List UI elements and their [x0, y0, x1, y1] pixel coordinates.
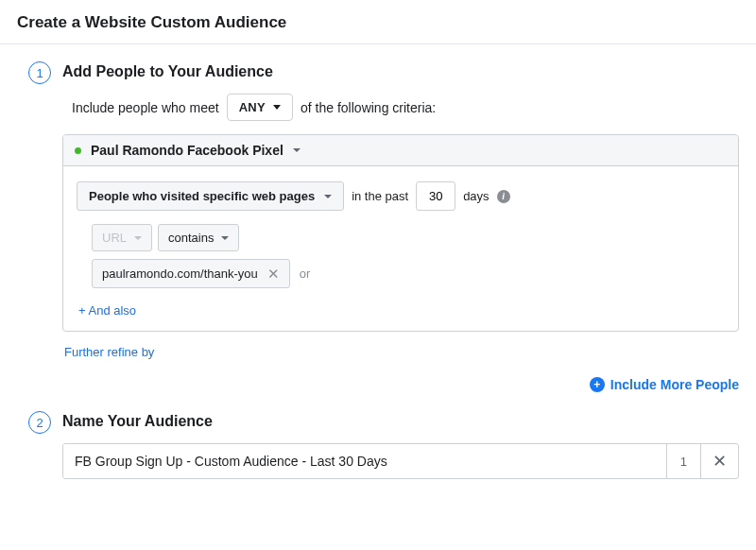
step-1: 1 Add People to Your Audience Include pe…: [28, 63, 739, 413]
url-value-chip: paulramondo.com/thank-you ✕: [92, 259, 290, 288]
caret-down-icon: [134, 236, 142, 240]
or-label: or: [300, 266, 311, 281]
pixel-source-select[interactable]: Paul Ramondo Facebook Pixel: [63, 135, 738, 166]
criteria-line: Include people who meet ANY of the follo…: [72, 94, 739, 121]
status-dot-icon: [75, 147, 81, 154]
step-number-1: 1: [28, 61, 51, 84]
url-operator-select[interactable]: contains: [158, 224, 239, 251]
and-also-link[interactable]: + And also: [78, 303, 725, 318]
refine-link[interactable]: Further refine by: [64, 345, 154, 359]
include-more-label: Include More People: [610, 377, 739, 392]
past-prefix-label: in the past: [352, 189, 408, 203]
audience-name-input[interactable]: [63, 444, 666, 478]
rule-row: People who visited specific web pages in…: [77, 181, 725, 211]
url-condition-row: URL contains: [92, 224, 725, 251]
step-2-title: Name Your Audience: [62, 413, 739, 430]
chip-remove-icon[interactable]: ✕: [267, 266, 280, 281]
days-label: days: [463, 189, 489, 203]
step-1-title: Add People to Your Audience: [62, 63, 739, 80]
url-value-text: paulramondo.com/thank-you: [102, 266, 258, 281]
step-number-2: 2: [28, 411, 51, 434]
caret-down-icon: [273, 105, 281, 110]
source-panel: Paul Ramondo Facebook Pixel People who v…: [62, 134, 739, 332]
caret-down-icon: [324, 195, 332, 198]
caret-down-icon: [293, 148, 301, 152]
name-count: 1: [666, 444, 700, 478]
info-icon[interactable]: i: [497, 190, 510, 203]
clear-name-button[interactable]: ✕: [700, 444, 738, 478]
url-value-row: paulramondo.com/thank-you ✕ or: [92, 259, 725, 288]
plus-circle-icon: +: [590, 377, 605, 392]
audience-name-wrap: 1 ✕: [62, 443, 739, 479]
criteria-suffix: of the following criteria:: [301, 100, 436, 115]
page-title: Create a Website Custom Audience: [17, 13, 739, 32]
url-operator-label: contains: [168, 231, 214, 245]
pixel-source-name: Paul Ramondo Facebook Pixel: [91, 143, 284, 158]
step-2: 2 Name Your Audience 1 ✕: [28, 413, 739, 479]
days-input[interactable]: [416, 181, 455, 211]
rule-type-select[interactable]: People who visited specific web pages: [77, 181, 344, 211]
match-mode-select[interactable]: ANY: [227, 94, 293, 121]
modal-header: Create a Website Custom Audience: [0, 0, 756, 44]
include-more-button[interactable]: + Include More People: [590, 377, 739, 392]
match-mode-label: ANY: [239, 100, 266, 114]
url-field-label: URL: [102, 231, 127, 245]
url-field-select[interactable]: URL: [92, 224, 152, 251]
caret-down-icon: [221, 236, 229, 240]
rule-type-label: People who visited specific web pages: [89, 189, 315, 203]
criteria-prefix: Include people who meet: [72, 100, 219, 115]
